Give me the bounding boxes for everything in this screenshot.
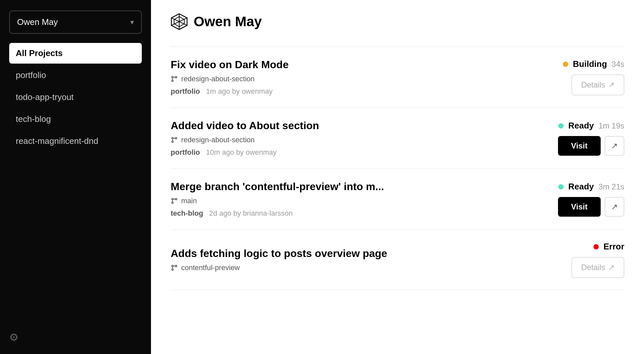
deployment-info: Fix video on Dark Mode redesign-about-se… <box>171 59 289 96</box>
status-label: Error <box>603 242 624 252</box>
deployment-info: Adds fetching logic to posts overview pa… <box>171 247 387 272</box>
status-label: Ready <box>568 182 594 192</box>
status-time: 3m 21s <box>598 182 624 191</box>
project-name: portfolio <box>171 87 200 95</box>
deployment-branch: main <box>171 197 384 205</box>
details-button[interactable]: Details ↗ <box>571 257 624 278</box>
deployment-actions: Error Details ↗ <box>526 242 624 278</box>
sidebar-footer: ⚙ <box>9 324 142 344</box>
sidebar: Owen May ▾ All Projectsportfoliotodo-app… <box>0 0 151 354</box>
deployment-actions: Building 34s Details ↗ <box>526 59 624 95</box>
branch-icon <box>171 136 178 144</box>
external-link-button[interactable]: ↗ <box>605 136 624 156</box>
project-name: tech-blog <box>171 209 203 217</box>
gear-icon[interactable]: ⚙ <box>9 331 19 344</box>
brand-logo-icon <box>171 13 188 30</box>
deployment-row: Fix video on Dark Mode redesign-about-se… <box>171 47 624 108</box>
sidebar-item-all-projects[interactable]: All Projects <box>9 43 142 64</box>
action-buttons: Details ↗ <box>571 257 624 278</box>
deployment-meta: tech-blog 2d ago by brianna-larsson <box>171 209 384 218</box>
status-row: Ready 1m 19s <box>558 121 624 131</box>
branch-name: contentful-preview <box>181 264 240 272</box>
external-link-icon: ↗ <box>609 81 614 89</box>
deployment-branch: redesign-about-section <box>171 75 289 83</box>
nav-list: All Projectsportfoliotodo-app-tryouttech… <box>9 43 142 324</box>
sidebar-item-react-magnificent-dnd[interactable]: react-magnificent-dnd <box>9 131 142 151</box>
chevron-down-icon: ▾ <box>130 18 134 27</box>
status-dot <box>558 123 564 128</box>
main-header: Owen May <box>171 13 624 30</box>
deployment-meta: portfolio 10m ago by owenmay <box>171 148 319 157</box>
deployment-row: Added video to About section redesign-ab… <box>171 108 624 169</box>
external-link-button[interactable]: ↗ <box>605 197 624 217</box>
main-content: Owen May Fix video on Dark Mode redesign… <box>151 0 644 354</box>
sidebar-item-portfolio[interactable]: portfolio <box>9 65 142 86</box>
status-dot <box>558 184 564 189</box>
deployment-title: Fix video on Dark Mode <box>171 59 289 71</box>
branch-name: redesign-about-section <box>181 75 255 83</box>
branch-icon <box>171 264 178 271</box>
deployment-title: Merge branch 'contentful-preview' into m… <box>171 181 384 193</box>
deployment-row: Adds fetching logic to posts overview pa… <box>171 230 624 290</box>
status-time: 1m 19s <box>598 121 624 130</box>
action-buttons: Visit ↗ <box>558 197 624 217</box>
deployment-branch: redesign-about-section <box>171 136 319 144</box>
status-label: Ready <box>568 121 594 131</box>
details-button[interactable]: Details ↗ <box>571 74 624 95</box>
deployment-info: Added video to About section redesign-ab… <box>171 120 319 157</box>
external-link-icon: ↗ <box>609 263 614 272</box>
visit-button[interactable]: Visit <box>558 197 601 217</box>
action-buttons: Details ↗ <box>571 74 624 95</box>
branch-name: main <box>181 197 197 205</box>
deployment-row: Merge branch 'contentful-preview' into m… <box>171 169 624 230</box>
deployment-branch: contentful-preview <box>171 264 387 272</box>
status-row: Error <box>593 242 624 252</box>
deployment-actions: Ready 3m 21s Visit ↗ <box>526 182 624 217</box>
branch-name: redesign-about-section <box>181 136 255 144</box>
status-row: Building 34s <box>563 59 624 69</box>
visit-button[interactable]: Visit <box>558 136 601 156</box>
deployment-meta: portfolio 1m ago by owenmay <box>171 87 289 96</box>
workspace-name: Owen May <box>17 17 58 27</box>
status-row: Ready 3m 21s <box>558 182 624 192</box>
branch-icon <box>171 75 178 83</box>
sidebar-item-todo-app-tryout[interactable]: todo-app-tryout <box>9 87 142 108</box>
deployment-title: Adds fetching logic to posts overview pa… <box>171 247 387 260</box>
status-time: 34s <box>612 60 624 69</box>
status-dot <box>563 62 568 67</box>
status-dot <box>593 244 599 249</box>
action-buttons: Visit ↗ <box>558 136 624 156</box>
branch-icon <box>171 197 178 205</box>
workspace-selector[interactable]: Owen May ▾ <box>9 10 142 34</box>
deployment-info: Merge branch 'contentful-preview' into m… <box>171 181 384 218</box>
page-title: Owen May <box>194 14 262 30</box>
deployments-list: Fix video on Dark Mode redesign-about-se… <box>171 47 624 290</box>
sidebar-item-tech-blog[interactable]: tech-blog <box>9 109 142 129</box>
deployment-actions: Ready 1m 19s Visit ↗ <box>526 121 624 156</box>
status-label: Building <box>573 59 607 69</box>
project-name: portfolio <box>171 148 200 156</box>
deployment-title: Added video to About section <box>171 120 319 132</box>
